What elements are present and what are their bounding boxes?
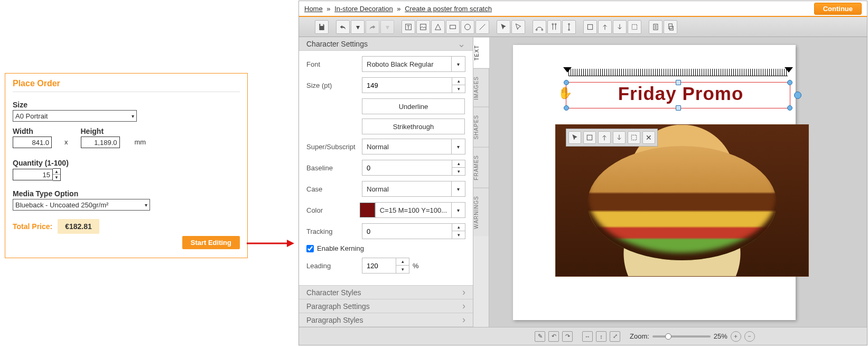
strikethrough-button[interactable]: Strikethrough — [362, 119, 465, 134]
svg-point-11 — [568, 29, 570, 31]
kerning-label: Enable Kerning — [317, 244, 364, 252]
fl-up-icon[interactable] — [598, 131, 611, 144]
tracking-input[interactable]: ▴▾ — [362, 223, 465, 239]
sb-redo-icon[interactable]: ↷ — [562, 331, 573, 342]
side-panel: Character Settings Font Roboto Black Reg… — [299, 37, 473, 327]
fl-marquee-icon[interactable] — [628, 131, 640, 144]
select-tool-icon[interactable] — [497, 20, 510, 34]
accordion-character-settings[interactable]: Character Settings — [299, 37, 473, 51]
total-price-label: Total Price: — [13, 222, 52, 231]
tab-images[interactable]: IMAGES — [473, 68, 489, 107]
size-select[interactable]: A0 Portrait — [13, 110, 137, 122]
undo-dropdown-icon[interactable]: ▾ — [351, 20, 365, 34]
color-select[interactable]: C=15 M=100 Y=100... — [375, 202, 465, 218]
svg-rect-3 — [421, 24, 426, 30]
svg-point-10 — [568, 23, 570, 25]
image-tool-icon[interactable] — [416, 20, 430, 34]
media-label: Media Type Option — [13, 189, 240, 198]
vertical-tabs: TEXT IMAGES SHAPES FRAMES WARNINGS — [473, 37, 489, 327]
arrow-up-icon[interactable] — [598, 20, 612, 34]
zoom-value: 25% — [714, 332, 727, 340]
sb-fit-icon[interactable]: ⤢ — [610, 331, 620, 342]
text-tool-icon[interactable] — [402, 20, 415, 34]
svg-rect-12 — [587, 24, 592, 29]
accordion-paragraph-styles[interactable]: Paragraph Styles — [299, 313, 473, 327]
vline-tool-icon[interactable] — [562, 20, 576, 34]
tab-text[interactable]: TEXT — [473, 37, 489, 68]
frame-tool-icon[interactable] — [583, 20, 597, 34]
case-select[interactable]: Normal — [362, 181, 465, 197]
redo-dropdown-icon[interactable]: ▾ — [380, 20, 394, 34]
status-bar: ✎ ↶ ↷ ↔ ↕ ⤢ Zoom: 25% ＋ － — [299, 327, 867, 345]
triangle-tool-icon[interactable] — [431, 20, 445, 34]
clipboard-icon[interactable] — [649, 20, 662, 34]
ellipse-tool-icon[interactable] — [461, 20, 474, 34]
qty-spinner[interactable]: ▲▼ — [53, 168, 61, 181]
baseline-input[interactable]: ▴▾ — [362, 160, 465, 176]
fl-frame-icon[interactable] — [583, 131, 596, 144]
tracking-label: Tracking — [306, 227, 362, 235]
accordion-paragraph-settings[interactable]: Paragraph Settings — [299, 299, 473, 313]
leading-unit: % — [413, 262, 419, 270]
sb-fith-icon[interactable]: ↕ — [596, 331, 606, 342]
arrow-down-icon[interactable] — [613, 20, 627, 34]
start-editing-button[interactable]: Start Editing — [182, 236, 240, 249]
line-tool-icon[interactable] — [475, 20, 489, 34]
tab-frames[interactable]: FRAMES — [473, 147, 489, 188]
paste-icon[interactable] — [664, 20, 677, 34]
accordion-character-styles[interactable]: Character Styles — [299, 286, 473, 299]
zoom-slider[interactable] — [652, 335, 711, 338]
bc-instore[interactable]: In-store Decoration — [334, 5, 393, 13]
fl-close-icon[interactable]: ✕ — [642, 131, 655, 144]
sb-fitw-icon[interactable]: ↔ — [582, 331, 593, 342]
leading-input[interactable]: ▴▾ — [362, 258, 409, 274]
svg-point-9 — [555, 23, 556, 25]
height-input[interactable]: 1,189.0 — [81, 136, 120, 148]
case-label: Case — [306, 185, 362, 193]
sb-undo-icon[interactable]: ↶ — [548, 331, 559, 342]
rect-tool-icon[interactable] — [446, 20, 460, 34]
color-swatch — [360, 203, 375, 217]
save-icon[interactable] — [315, 20, 329, 34]
svg-rect-13 — [632, 24, 637, 29]
fontsize-input[interactable]: ▴▾ — [362, 77, 465, 93]
svg-rect-18 — [631, 135, 636, 140]
width-input[interactable]: 841.0 — [13, 136, 52, 148]
tab-warnings[interactable]: WARNINGS — [473, 188, 489, 236]
direct-select-tool-icon[interactable] — [511, 20, 525, 34]
font-select[interactable]: Roboto Black Regular — [362, 56, 465, 72]
floating-toolbar: ✕ — [566, 129, 658, 147]
place-order-panel: Place Order Size A0 Portrait Width 841.0… — [5, 73, 248, 258]
bc-home[interactable]: Home — [304, 5, 323, 13]
zoom-in-icon[interactable]: ＋ — [731, 331, 741, 342]
underline-button[interactable]: Underline — [362, 98, 465, 114]
svg-rect-16 — [670, 26, 674, 30]
path-tool-icon[interactable] — [533, 20, 546, 34]
tab-shapes[interactable]: SHAPES — [473, 107, 489, 147]
bc-create[interactable]: Create a poster from scratch — [405, 5, 492, 13]
marquee-tool-icon[interactable] — [628, 20, 641, 34]
character-settings-body: Font Roboto Black Regular Size (pt) ▴▾ U… — [299, 51, 473, 286]
supersub-select[interactable]: Normal — [362, 139, 465, 154]
editor-window: Home » In-store Decoration » Create a po… — [298, 1, 867, 345]
canvas-area[interactable]: ✋ Friday Promo — [489, 37, 867, 327]
fl-down-icon[interactable] — [613, 131, 626, 144]
fl-select-icon[interactable] — [568, 131, 581, 144]
kerning-checkbox[interactable] — [306, 245, 314, 252]
burger-image[interactable] — [555, 124, 809, 277]
poster-page[interactable]: ✋ Friday Promo — [513, 45, 796, 320]
undo-icon[interactable] — [336, 20, 350, 34]
sb-edit-icon[interactable]: ✎ — [535, 331, 545, 342]
media-value: Blueback - Uncoated 250gr/m² — [15, 201, 108, 209]
qty-input[interactable]: 15 — [13, 169, 53, 180]
height-label: Height — [81, 127, 120, 135]
continue-button[interactable]: Continue — [814, 3, 862, 15]
headline-text[interactable]: Friday Promo — [571, 83, 790, 107]
media-select[interactable]: Blueback - Uncoated 250gr/m² — [13, 199, 150, 211]
unit-label: mm — [133, 138, 146, 148]
zoom-label: Zoom: — [630, 332, 649, 340]
dim-sep: x — [64, 138, 68, 148]
vgap-tool-icon[interactable] — [547, 20, 561, 34]
zoom-out-icon[interactable]: － — [744, 331, 755, 342]
redo-icon[interactable] — [366, 20, 379, 34]
